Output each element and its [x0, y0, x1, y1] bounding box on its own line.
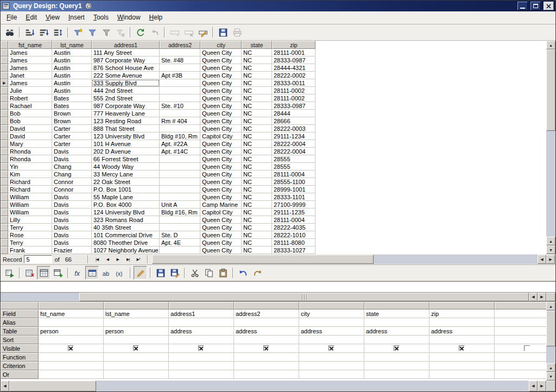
visible-checkbox[interactable] — [459, 345, 465, 351]
cell-state[interactable]: NC — [242, 163, 272, 170]
cell-fst_name[interactable]: James — [8, 49, 52, 56]
save-button[interactable] — [154, 266, 167, 280]
design-cell-criterion[interactable] — [495, 362, 546, 370]
distinct-values-button[interactable]: (x) — [113, 266, 127, 280]
design-cell-alias[interactable] — [299, 318, 364, 327]
cell-address1[interactable]: 876 School House Ave — [92, 64, 160, 72]
edit-button[interactable] — [134, 266, 147, 280]
cell-address2[interactable] — [160, 193, 200, 201]
cell-state[interactable]: NC — [242, 193, 272, 201]
design-cell-sort[interactable] — [429, 336, 495, 344]
row-selector[interactable] — [1, 64, 8, 72]
cell-fst_name[interactable]: Rose — [8, 231, 52, 239]
design-cell-function[interactable] — [234, 353, 299, 362]
column-header-lst_name[interactable]: lst_name — [52, 41, 92, 49]
cell-lst_name[interactable]: Carter — [52, 140, 92, 148]
cell-city[interactable]: Queen City — [200, 49, 242, 56]
menu-insert[interactable]: Insert — [64, 12, 89, 23]
design-cell-function[interactable] — [104, 353, 169, 362]
design-column-header[interactable] — [495, 302, 546, 309]
cell-address1[interactable]: 124 University Blvd — [92, 208, 160, 216]
cell-lst_name[interactable]: Austin — [52, 56, 92, 64]
cell-state[interactable]: NC — [242, 140, 272, 148]
cell-fst_name[interactable]: Richard — [8, 178, 52, 186]
cell-zip[interactable]: 28666 — [272, 117, 315, 125]
cell-address1[interactable]: 987 Corporate Way — [92, 102, 160, 110]
cell-fst_name[interactable]: Robert — [8, 94, 52, 102]
design-cell-alias[interactable] — [104, 318, 169, 327]
last-record-button[interactable]: ▶| — [123, 255, 133, 264]
design-cell-field[interactable]: address1 — [169, 309, 234, 318]
cell-city[interactable]: Queen City — [200, 79, 242, 87]
cell-city[interactable]: Queen City — [200, 224, 242, 231]
delete-record-button[interactable] — [182, 26, 195, 39]
cell-address2[interactable] — [160, 246, 200, 254]
cell-address1[interactable]: 22 Oak Street — [92, 178, 160, 186]
visible-checkbox[interactable] — [394, 345, 400, 351]
visible-checkbox[interactable] — [68, 345, 74, 351]
add-table-button[interactable] — [51, 266, 65, 280]
visible-checkbox[interactable] — [133, 345, 139, 351]
cell-lst_name[interactable]: Davis — [52, 224, 92, 231]
cell-address1[interactable]: 123 Resting Road — [92, 117, 160, 125]
cell-fst_name[interactable]: Rhonda — [8, 155, 52, 163]
titlebar[interactable]: Query Design: Query1 — [1, 1, 555, 11]
cell-lst_name[interactable]: Davis — [52, 208, 92, 216]
design-cell-alias[interactable] — [495, 318, 546, 327]
cell-zip[interactable]: 28222-0002 — [272, 72, 315, 79]
cell-state[interactable]: NC — [242, 224, 272, 231]
refresh-button[interactable] — [134, 26, 147, 39]
cell-address2[interactable] — [160, 170, 200, 178]
table-pane[interactable] — [1, 281, 555, 293]
cell-fst_name[interactable]: Mary — [8, 140, 52, 148]
cell-city[interactable]: Queen City — [200, 178, 242, 186]
column-header-city[interactable]: city — [200, 41, 242, 49]
cell-address2[interactable]: Bldg #16, Rm — [160, 208, 200, 216]
menu-view[interactable]: View — [41, 12, 64, 23]
cell-address1[interactable]: 44 Woody Way — [92, 163, 160, 170]
design-cell-or[interactable] — [299, 370, 364, 379]
cell-address1[interactable]: 101 Commercial Drive — [92, 231, 160, 239]
cell-address2[interactable] — [160, 87, 200, 94]
cell-city[interactable]: Queen City — [200, 64, 242, 72]
visible-checkbox[interactable] — [198, 345, 204, 351]
cell-zip[interactable]: 28333-1027 — [272, 246, 315, 254]
cell-address2[interactable]: Apt. 4E — [160, 239, 200, 246]
cell-fst_name[interactable]: James — [8, 56, 52, 64]
row-selector[interactable] — [1, 193, 8, 201]
print-button[interactable] — [230, 26, 244, 39]
cell-fst_name[interactable]: James — [8, 79, 52, 87]
undo-data-entry-button[interactable] — [148, 26, 161, 39]
design-column-header[interactable] — [299, 302, 364, 309]
row-selector[interactable] — [1, 49, 8, 56]
cell-address2[interactable]: Rm # 404 — [160, 117, 200, 125]
cell-state[interactable]: NC — [242, 178, 272, 186]
cell-fst_name[interactable]: Bob — [8, 110, 52, 117]
design-cell-function[interactable] — [495, 353, 546, 362]
cell-lst_name[interactable]: Austin — [52, 49, 92, 56]
row-selector[interactable] — [1, 125, 8, 132]
design-view-toggle-button[interactable] — [37, 266, 50, 280]
design-cell-table[interactable]: address — [234, 327, 299, 336]
scroll-down-button[interactable] — [546, 245, 555, 254]
cell-lst_name[interactable]: Connor — [52, 178, 92, 186]
design-cell-function[interactable] — [169, 353, 234, 362]
scroll-thumb[interactable] — [546, 49, 555, 131]
hscroll-track[interactable] — [96, 381, 529, 391]
cell-address2[interactable]: Unit A — [160, 201, 200, 208]
record-number-input[interactable] — [24, 255, 52, 263]
design-row-label[interactable]: Table — [1, 327, 39, 336]
visible-checkbox[interactable] — [524, 345, 530, 351]
cell-state[interactable]: NC — [242, 208, 272, 216]
redo-button[interactable] — [250, 266, 264, 280]
cell-fst_name[interactable]: Terry — [8, 224, 52, 231]
design-cell-function[interactable] — [39, 353, 104, 362]
cell-lst_name[interactable]: Davis — [52, 193, 92, 201]
cell-state[interactable]: NC — [242, 72, 272, 79]
save-record-button[interactable] — [216, 26, 230, 39]
cell-lst_name[interactable]: Austin — [52, 64, 92, 72]
cell-address1[interactable]: 8080 Theother Drive — [92, 239, 160, 246]
cell-address2[interactable] — [160, 49, 200, 56]
cell-zip[interactable]: 28444-4321 — [272, 64, 315, 72]
copy-button[interactable] — [202, 266, 216, 280]
